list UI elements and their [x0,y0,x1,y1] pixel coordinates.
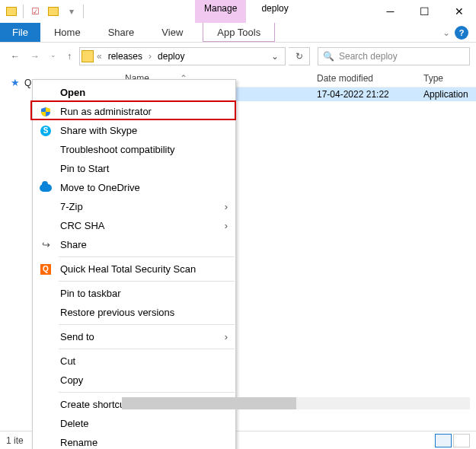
cm-cut[interactable]: Cut [33,352,235,371]
share-tab[interactable]: Share [94,23,149,42]
details-view-button[interactable] [435,434,452,447]
cm-pin-start[interactable]: Pin to Start [33,159,235,178]
col-type[interactable]: Type [423,73,476,84]
search-box[interactable]: 🔍 Search deploy [318,47,470,65]
quick-access-toolbar: ☑ ▾ [0,0,88,23]
breadcrumb-part[interactable]: releases [105,51,145,62]
ribbon-tabs: File Home Share View App Tools ⌄ ? [0,23,476,43]
back-button[interactable]: ← [11,51,20,62]
cm-restore[interactable]: Restore previous versions [33,303,235,322]
item-count: 1 ite [6,435,24,446]
address-dropdown[interactable]: ⌄ [267,51,283,62]
cm-skype[interactable]: SShare with Skype [33,121,235,140]
folder-icon-2[interactable] [45,3,62,20]
refresh-button[interactable]: ↻ [289,47,310,65]
breadcrumb-part[interactable]: deploy [155,51,187,62]
cm-crcsha[interactable]: CRC SHA› [33,216,235,235]
folder-icon [81,50,94,62]
cm-quickheal[interactable]: QQuick Heal Total Security Scan [33,260,235,279]
chevron-right-icon: › [225,220,228,231]
up-button[interactable]: ↑ [67,51,72,62]
skype-icon: S [39,124,53,138]
forward-button[interactable]: → [30,51,40,62]
search-icon: 🔍 [323,51,334,62]
cm-delete[interactable]: Delete [33,414,235,433]
address-bar[interactable]: « releases › deploy ⌄ [79,47,286,65]
cm-7zip[interactable]: 7-Zip› [33,197,235,216]
h-scrollbar[interactable] [122,397,470,409]
cm-onedrive[interactable]: Move to OneDrive [33,178,235,197]
cm-sendto[interactable]: Send to› [33,327,235,346]
quickheal-icon: Q [39,263,53,276]
apptools-tab[interactable]: App Tools [203,23,275,42]
view-tab[interactable]: View [148,23,196,42]
scrollbar-thumb[interactable] [122,397,296,409]
ribbon-expand-icon[interactable]: ⌄ [442,27,450,38]
nav-row: ← → ⌄ ↑ « releases › deploy ⌄ ↻ 🔍 Search… [0,43,476,70]
shield-icon [39,105,53,119]
maximize-button[interactable]: ☐ [407,0,442,23]
col-date[interactable]: Date modified [317,73,423,84]
cm-share[interactable]: ↪Share [33,235,235,254]
folder-icon[interactable] [3,3,20,20]
help-icon[interactable]: ? [455,26,468,40]
context-menu: Open Run as administrator SShare with Sk… [32,79,236,449]
chevron-right-icon: › [225,201,228,212]
cm-copy[interactable]: Copy [33,371,235,390]
content-area: ★ Quick access Name⌃ Date modified Type … [0,70,476,431]
file-type: Application [423,89,476,100]
file-date: 17-04-2022 21:22 [317,89,423,100]
cm-pin-taskbar[interactable]: Pin to taskbar [33,284,235,303]
cm-run-admin[interactable]: Run as administrator [33,102,235,121]
titlebar: ☑ ▾ Manage deploy ─ ☐ ✕ [0,0,476,23]
star-icon: ★ [11,77,20,88]
cm-rename[interactable]: Rename [33,433,235,449]
minimize-button[interactable]: ─ [373,0,407,23]
manage-tab-header: Manage [195,0,246,23]
icons-view-button[interactable] [453,434,470,447]
qat-dropdown[interactable]: ▾ [63,3,80,20]
cloud-icon [39,181,53,195]
file-tab[interactable]: File [0,23,40,42]
recent-dropdown[interactable]: ⌄ [50,51,56,62]
chevron-icon[interactable]: « [97,51,102,62]
chevron-right-icon[interactable]: › [149,51,152,62]
window-title: deploy [246,0,303,23]
cm-troubleshoot[interactable]: Troubleshoot compatibility [33,140,235,159]
chevron-right-icon: › [225,331,228,342]
home-tab[interactable]: Home [40,23,94,42]
close-button[interactable]: ✕ [442,0,476,23]
share-icon: ↪ [39,238,53,252]
properties-icon[interactable]: ☑ [27,3,43,20]
search-placeholder: Search deploy [339,51,398,62]
cm-open[interactable]: Open [33,83,235,102]
